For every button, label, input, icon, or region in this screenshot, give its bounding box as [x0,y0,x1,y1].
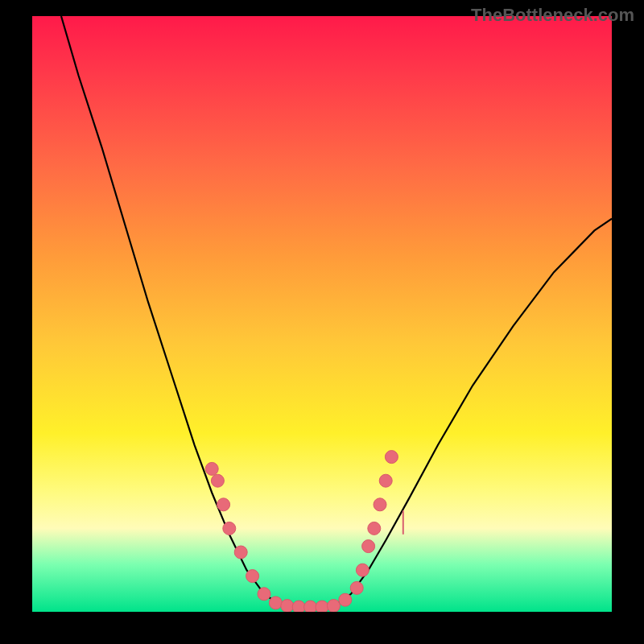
data-marker [379,474,392,487]
data-marker [223,522,236,535]
data-marker [374,498,386,511]
watermark-text: TheBottleneck.com [471,5,634,26]
data-marker [258,588,270,601]
data-marker [385,451,398,464]
data-marker [356,564,369,576]
data-marker [368,522,381,535]
data-marker [211,474,224,487]
data-marker [304,601,317,612]
data-marker [316,601,328,612]
bottleneck-curve [61,16,612,609]
data-markers [205,451,398,612]
data-marker [292,601,305,612]
data-marker [234,546,247,559]
data-marker [362,540,375,553]
data-marker [350,581,363,594]
data-marker [339,593,352,606]
chart-svg [32,16,612,612]
plot-area [32,16,612,612]
data-marker [246,570,259,583]
data-marker [269,597,282,609]
data-marker [327,600,340,612]
data-marker [217,498,230,511]
data-marker [205,462,218,475]
data-marker [281,600,294,612]
